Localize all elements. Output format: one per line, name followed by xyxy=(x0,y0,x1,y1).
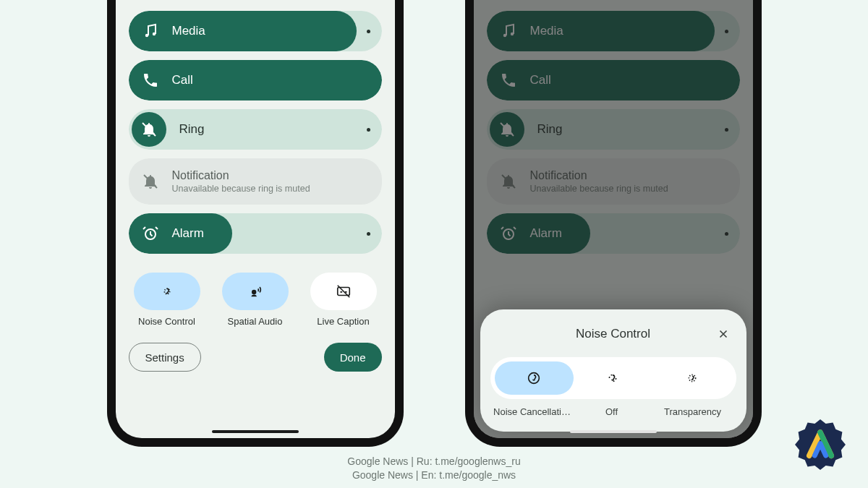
notification-off-icon xyxy=(142,173,159,190)
sound-sliders: Media Call Ring xyxy=(129,11,382,254)
live-caption-chip: Live Caption xyxy=(305,273,382,327)
ring-slider[interactable]: Ring xyxy=(129,109,382,150)
music-note-icon xyxy=(142,22,159,40)
alarm-icon xyxy=(142,225,159,242)
ear-dots-icon xyxy=(159,283,175,299)
phone-left: Media Call Ring xyxy=(107,0,404,447)
ring-slider[interactable]: Ring xyxy=(487,109,740,150)
spatial-audio-icon xyxy=(247,283,263,299)
notification-off-icon xyxy=(500,173,517,190)
ring-label: Ring xyxy=(537,122,563,137)
ring-label: Ring xyxy=(179,122,205,137)
notification-label: Notification xyxy=(172,169,310,182)
phone-icon xyxy=(142,72,159,89)
media-label: Media xyxy=(530,24,563,38)
alarm-slider[interactable]: Alarm xyxy=(487,213,740,254)
ear-circle-icon xyxy=(526,370,542,386)
alarm-label: Alarm xyxy=(530,226,562,241)
slider-dot xyxy=(725,232,728,236)
home-indicator[interactable] xyxy=(570,430,657,433)
spatial-audio-chip: Spatial Audio xyxy=(217,273,294,327)
noise-off-option[interactable] xyxy=(574,361,652,395)
phone-right: Media Call Ring xyxy=(465,0,762,447)
transparency-option[interactable] xyxy=(652,361,731,395)
svg-point-1 xyxy=(152,33,155,35)
noise-control-chip: Noise Control xyxy=(129,273,205,327)
done-button[interactable]: Done xyxy=(324,343,382,372)
segment-label: Noise Cancellati… xyxy=(493,406,571,417)
segment-label: Transparency xyxy=(652,406,733,417)
ear-off-icon xyxy=(605,370,621,386)
bell-off-icon xyxy=(498,121,516,138)
live-caption-button[interactable] xyxy=(310,273,377,310)
chip-label: Noise Control xyxy=(138,316,195,327)
bell-off-icon xyxy=(140,121,158,138)
feature-chips: Noise Control Spatial Audio Live Caption xyxy=(129,273,382,327)
slider-dot xyxy=(367,232,370,236)
phone-icon xyxy=(500,72,517,89)
call-slider[interactable]: Call xyxy=(487,60,740,100)
noise-cancellation-option[interactable] xyxy=(495,361,574,395)
slider-dot xyxy=(725,128,728,132)
call-slider[interactable]: Call xyxy=(129,60,382,100)
alarm-icon xyxy=(500,225,517,242)
noise-control-segmented xyxy=(490,357,736,399)
svg-point-9 xyxy=(503,34,506,37)
slider-dot xyxy=(367,128,370,132)
call-label: Call xyxy=(172,73,193,87)
settings-button[interactable]: Settings xyxy=(129,343,201,372)
svg-point-14 xyxy=(529,373,540,384)
chip-label: Live Caption xyxy=(317,316,369,327)
alarm-label: Alarm xyxy=(172,226,204,241)
music-note-icon xyxy=(500,22,517,40)
sheet-title: Noise Control xyxy=(576,327,650,341)
home-indicator[interactable] xyxy=(212,430,299,433)
close-icon xyxy=(717,328,730,341)
svg-point-10 xyxy=(510,33,513,35)
notification-label: Notification xyxy=(530,169,668,182)
media-slider[interactable]: Media xyxy=(487,11,740,51)
notification-sublabel: Unavailable because ring is muted xyxy=(530,184,668,194)
svg-point-0 xyxy=(145,34,148,37)
media-slider[interactable]: Media xyxy=(129,11,382,51)
svg-point-6 xyxy=(251,290,255,294)
chip-label: Spatial Audio xyxy=(228,316,283,327)
media-label: Media xyxy=(172,24,205,38)
call-label: Call xyxy=(530,73,551,87)
notification-slider: Notification Unavailable because ring is… xyxy=(487,158,740,205)
sound-sliders: Media Call Ring xyxy=(487,11,740,254)
notification-slider: Notification Unavailable because ring is… xyxy=(129,158,382,205)
slider-dot xyxy=(725,30,728,33)
ear-dots-icon xyxy=(684,370,700,386)
segment-label: Off xyxy=(571,406,652,417)
image-credits: Google News | Ru: t.me/googlenws_ru Goog… xyxy=(347,455,520,482)
live-caption-off-icon xyxy=(336,283,352,299)
slider-dot xyxy=(367,30,370,33)
spatial-audio-button[interactable] xyxy=(222,273,289,310)
noise-control-sheet: Noise Control xyxy=(480,309,746,432)
notification-sublabel: Unavailable because ring is muted xyxy=(172,184,310,194)
close-button[interactable] xyxy=(715,325,732,343)
source-badge xyxy=(793,417,848,472)
alarm-slider[interactable]: Alarm xyxy=(129,213,382,254)
noise-control-button[interactable] xyxy=(134,273,200,310)
panel-footer: Settings Done xyxy=(129,343,382,372)
